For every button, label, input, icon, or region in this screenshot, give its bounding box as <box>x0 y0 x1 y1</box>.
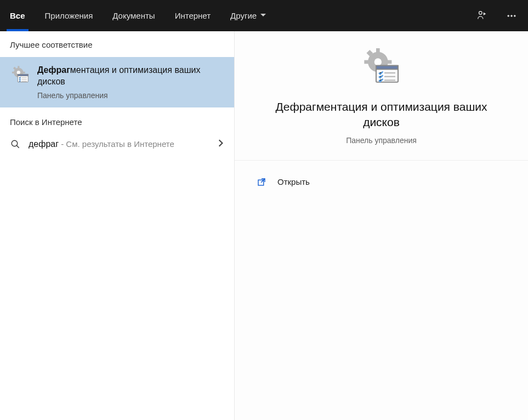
svg-rect-7 <box>12 72 15 73</box>
tab-docs[interactable]: Документы <box>103 0 164 31</box>
svg-point-1 <box>508 15 509 16</box>
tab-web[interactable]: Интернет <box>165 0 220 31</box>
best-match-text: Дефрагментация и оптимизация ваших диско… <box>37 65 224 100</box>
topbar-right <box>471 0 528 31</box>
svg-rect-28 <box>376 66 398 70</box>
svg-rect-13 <box>18 74 28 76</box>
svg-point-0 <box>479 11 482 14</box>
svg-rect-20 <box>376 48 380 54</box>
svg-point-3 <box>514 15 516 16</box>
svg-point-26 <box>374 58 381 65</box>
preview-defrag-icon <box>360 46 404 89</box>
open-action-label: Открыть <box>277 177 310 186</box>
preview-actions: Открыть <box>235 161 528 203</box>
preview-subtitle: Панель управления <box>346 136 417 145</box>
open-icon <box>254 175 269 189</box>
tab-more[interactable]: Другие <box>220 0 276 31</box>
web-search-header: Поиск в Интернете <box>0 107 234 133</box>
svg-rect-8 <box>22 72 25 73</box>
web-search-query: дефраг <box>29 139 59 149</box>
preview-header: Дефрагментация и оптимизация ваших диско… <box>235 46 528 161</box>
defrag-icon <box>10 65 31 86</box>
best-match-item[interactable]: Дефрагментация и оптимизация ваших диско… <box>0 57 234 107</box>
svg-line-18 <box>16 145 19 148</box>
tabs-container: Все Приложения Документы Интернет Другие <box>0 0 276 31</box>
preview-panel: Дефрагментация и оптимизация ваших диско… <box>234 31 528 420</box>
web-search-hint: - См. результаты в Интернете <box>59 139 174 149</box>
tab-apps[interactable]: Приложения <box>35 0 103 31</box>
web-search-item[interactable]: дефраг - См. результаты в Интернете <box>0 133 234 155</box>
tab-all-label: Все <box>10 11 25 20</box>
preview-title: Дефрагментация и оптимизация ваших диско… <box>264 99 499 130</box>
svg-point-11 <box>17 71 20 74</box>
svg-point-2 <box>511 15 513 16</box>
results-panel: Лучшее соответствие <box>0 31 234 420</box>
best-match-header: Лучшее соответствие <box>0 31 234 57</box>
svg-rect-5 <box>18 66 19 69</box>
svg-point-17 <box>12 140 18 146</box>
search-icon <box>10 139 21 150</box>
open-action[interactable]: Открыть <box>251 171 512 194</box>
best-match-title-bold: Дефраг <box>37 65 70 75</box>
tab-docs-label: Документы <box>112 11 155 20</box>
best-match-subtitle: Панель управления <box>37 91 224 100</box>
chevron-right-icon <box>217 139 224 149</box>
top-tab-bar: Все Приложения Документы Интернет Другие <box>0 0 528 31</box>
chevron-down-icon <box>260 11 266 20</box>
more-options-icon[interactable] <box>501 5 523 27</box>
tab-web-label: Интернет <box>175 11 211 20</box>
svg-rect-22 <box>364 60 370 64</box>
feedback-icon[interactable] <box>471 5 493 27</box>
best-match-title: Дефрагментация и оптимизация ваших диско… <box>37 65 224 88</box>
tab-all[interactable]: Все <box>0 0 35 31</box>
tab-apps-label: Приложения <box>45 11 93 20</box>
svg-rect-23 <box>386 60 391 64</box>
web-search-label: дефраг - См. результаты в Интернете <box>29 139 217 149</box>
tab-more-label: Другие <box>230 11 257 20</box>
